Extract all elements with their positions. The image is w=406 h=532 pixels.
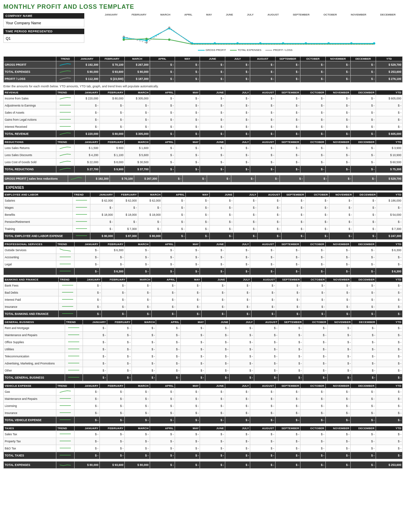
chart-panel: JANUARY FEBRUARY MARCH APRIL MAY JUNE JU…: [88, 13, 403, 54]
reductions-body: Less Sales Returns$ 1,500$ 800$ 1,600$ -…: [4, 145, 403, 173]
company-info-panel: COMPANY NAME TIME PERIOD REPRESENTED: [3, 13, 84, 54]
gross-profit-bar-row: GROSS PROFIT | sales less reductions $ 1…: [4, 175, 403, 182]
month-mar: MARCH: [160, 13, 170, 16]
month-feb: FEBRUARY: [132, 13, 146, 16]
table-row: Gains from Legal Actions$ -$ -$ -$ -$ -$…: [4, 116, 403, 123]
vehicle-expense-table: VEHICLE EXPENSE TREND JANUARY FEBRUARY M…: [3, 383, 403, 424]
table-row: Sales of Assets$ -$ -$ -$ -$ -$ -$ -$ -$…: [4, 109, 403, 116]
prof-body: Outside Services$ -$ 6,300$ -$ -$ -$ -$ …: [4, 247, 403, 275]
line-chart: [88, 17, 403, 47]
total-expenses-table: TOTAL EXPENSES $ 80,000 $ 93,600 $ 80,00…: [3, 461, 403, 469]
th-summary-trend: TREND: [56, 57, 75, 61]
th-may: MAY: [175, 57, 200, 61]
month-jul: JULY: [247, 13, 254, 16]
table-row: Rent and Mortgage$ -$ -$ -$ -$ -$ -$ -$ …: [4, 325, 403, 332]
legend-gross-profit: GROSS PROFIT: [198, 49, 226, 52]
taxes-body: Sales Tax$ -$ -$ -$ -$ -$ -$ -$ -$ -$ -$…: [4, 431, 403, 459]
table-row: Pension/Retirement$ -$ -$ -$ -$ -$ -$ -$…: [4, 218, 403, 226]
period-label: TIME PERIOD REPRESENTED: [3, 29, 84, 34]
month-dec: DECEMBER: [380, 13, 396, 16]
total-row: TOTAL TAXES$ -$ -$ -$ -$ -$ -$ -$ -$ -$ …: [4, 452, 403, 459]
total-row: TOTAL EMPLOYEE AND LABOR EXPENSE$ 80,000…: [4, 233, 403, 240]
general-body: Rent and Mortgage$ -$ -$ -$ -$ -$ -$ -$ …: [4, 325, 403, 381]
table-row: Wages$ -$ -$ -$ -$ -$ -$ -$ -$ -$ -$ -$ …: [4, 204, 403, 211]
revenue-table: REVENUE TREND JANUARY FEBRUARY MARCH APR…: [3, 90, 403, 138]
table-row: Maintenance and Repairs$ -$ -$ -$ -$ -$ …: [4, 332, 403, 339]
table-row: Less Sales Returns$ 1,500$ 800$ 1,600$ -…: [4, 145, 403, 152]
expenses-title-row: EXPENSES: [4, 185, 403, 191]
th-apr: APRIL: [150, 57, 175, 61]
table-row: Interest Paid$ -$ -$ -$ -$ -$ -$ -$ -$ -…: [4, 296, 403, 303]
total-expenses-final-row: TOTAL EXPENSES $ 80,000 $ 93,600 $ 80,00…: [4, 462, 403, 469]
company-label: COMPANY NAME: [3, 13, 84, 19]
svg-point-13: [145, 38, 148, 40]
employee-body: Salaries$ 62,000$ 62,000$ 62,000$ -$ -$ …: [4, 197, 403, 240]
svg-point-12: [123, 38, 125, 41]
table-row: Interest Received$ -$ -$ -$ -$ -$ -$ -$ …: [4, 123, 403, 130]
taxes-section-header: TAXES TREND JANUARY FEBRUARY MARCH APRIL…: [4, 426, 403, 431]
banking-body: Bank Fees$ -$ -$ -$ -$ -$ -$ -$ -$ -$ -$…: [4, 282, 403, 318]
table-row: Salaries$ 62,000$ 62,000$ 62,000$ -$ -$ …: [4, 197, 403, 204]
employee-section-header: EMPLOYEE AND LABOR TREND JANUARY FEBRUAR…: [4, 193, 403, 197]
table-row: Less Sales Discounts$ 4,200$ 1,100$ 5,60…: [4, 152, 403, 159]
banking-section-header: BANKING AND FINANCE TREND JANUARY FEBRUA…: [4, 277, 403, 282]
legend-total-expenses: TOTAL EXPENSES: [230, 49, 261, 52]
summary-table: TREND JANUARY FEBRUARY MARCH APRIL MAY J…: [3, 56, 403, 83]
total-row: TOTAL REDUCTIONS$ 27,700$ 9,900$ 37,700$…: [4, 166, 403, 173]
chart-month-headers: JANUARY FEBRUARY MARCH APRIL MAY JUNE JU…: [88, 13, 403, 16]
th-jun: JUNE: [200, 57, 225, 61]
general-section-header: GENERAL BUSINESS TREND JANUARY FEBRUARY …: [4, 320, 403, 325]
period-input[interactable]: [3, 34, 84, 43]
expenses-title-table: EXPENSES: [3, 184, 403, 191]
summary-data-row: TOTAL EXPENSES$ 80,000$ 93,600$ 80,000$ …: [4, 68, 403, 76]
table-row: Property Tax$ -$ -$ -$ -$ -$ -$ -$ -$ -$…: [4, 438, 403, 445]
total-row: TOTAL GENERAL BUSINESS$ -$ -$ -$ -$ -$ -…: [4, 374, 403, 381]
month-oct: OCTOBER: [323, 13, 337, 16]
revenue-body: Income from Sales$ 220,000$ 80,000$ 305,…: [4, 95, 403, 138]
total-row: TOTAL REVENUE$ 220,000$ 80,000$ 305,000$…: [4, 130, 403, 138]
general-business-table: GENERAL BUSINESS TREND JANUARY FEBRUARY …: [3, 320, 403, 381]
month-apr: APRIL: [184, 13, 192, 16]
note-text: Enter the amounts for each month below. …: [3, 85, 403, 88]
table-row: Licensing$ -$ -$ -$ -$ -$ -$ -$ -$ -$ -$…: [4, 403, 403, 410]
table-row: Insurance$ -$ -$ -$ -$ -$ -$ -$ -$ -$ -$…: [4, 410, 403, 417]
month-sep: SEPTEMBER: [293, 13, 310, 16]
table-row: Income from Sales$ 220,000$ 80,000$ 305,…: [4, 95, 403, 102]
gross-profit-bar-table: GROSS PROFIT | sales less reductions $ 1…: [3, 175, 403, 182]
th-mar: MARCH: [125, 57, 150, 61]
summary-data-row: GROSS PROFIT$ 192,300$ 70,100$ 267,300$ …: [4, 61, 403, 68]
reductions-section-header: REDUCTIONS TREND JANUARY FEBRUARY MARCH …: [4, 140, 403, 145]
banking-finance-table: BANKING AND FINANCE TREND JANUARY FEBRUA…: [3, 277, 403, 318]
th-oct: OCTOBER: [300, 57, 325, 61]
month-nov: NOVEMBER: [351, 13, 366, 16]
table-row: Other$ -$ -$ -$ -$ -$ -$ -$ -$ -$ -$ -$ …: [4, 367, 403, 374]
total-row: TOTAL BANKING AND FINANCE$ -$ -$ -$ -$ -…: [4, 311, 403, 318]
reductions-table: REDUCTIONS TREND JANUARY FEBRUARY MARCH …: [3, 140, 403, 173]
table-row: Advertising, Marketing, and Promotions$ …: [4, 360, 403, 367]
svg-point-14: [168, 38, 171, 41]
professional-services-table: PROFESSIONAL SERVICES TREND JANUARY FEBR…: [3, 242, 403, 275]
th-aug: AUGUST: [250, 57, 275, 61]
page-title: MONTHLY PROFIT AND LOSS TEMPLATE: [3, 3, 403, 10]
summary-body: GROSS PROFIT$ 192,300$ 70,100$ 267,300$ …: [4, 61, 403, 83]
table-row: Gas$ -$ -$ -$ -$ -$ -$ -$ -$ -$ -$ -$ -$…: [4, 388, 403, 395]
th-jul: JULY: [225, 57, 250, 61]
month-may: MAY: [206, 13, 212, 16]
vehicle-section-header: VEHICLE EXPENSE TREND JANUARY FEBRUARY M…: [4, 384, 403, 388]
total-row: $ -$ 6,300$ -$ -$ -$ -$ -$ -$ -$ -$ -$ -…: [4, 268, 403, 275]
summary-header-row: TREND JANUARY FEBRUARY MARCH APRIL MAY J…: [4, 57, 403, 61]
th-dec: DECEMBER: [351, 57, 376, 61]
svg-point-17: [168, 27, 170, 29]
th-nov: NOVEMBER: [325, 57, 350, 61]
table-row: Office Supplies$ -$ -$ -$ -$ -$ -$ -$ -$…: [4, 339, 403, 346]
table-row: Bad Debts$ -$ -$ -$ -$ -$ -$ -$ -$ -$ -$…: [4, 289, 403, 296]
company-name-input[interactable]: [3, 19, 84, 27]
revenue-section-header: REVENUE TREND JANUARY FEBRUARY MARCH APR…: [4, 90, 403, 95]
th-ytd: YTD: [376, 57, 402, 61]
vehicle-body: Gas$ -$ -$ -$ -$ -$ -$ -$ -$ -$ -$ -$ -$…: [4, 388, 403, 424]
employee-labor-table: EMPLOYEE AND LABOR TREND JANUARY FEBRUAR…: [3, 192, 403, 240]
table-row: Less Cost of Goods Sold$ 22,000$ 8,000$ …: [4, 159, 403, 166]
month-jan: JANUARY: [105, 13, 118, 16]
svg-point-16: [146, 42, 148, 44]
table-row: Legal$ -$ -$ -$ -$ -$ -$ -$ -$ -$ -$ -$ …: [4, 261, 403, 268]
